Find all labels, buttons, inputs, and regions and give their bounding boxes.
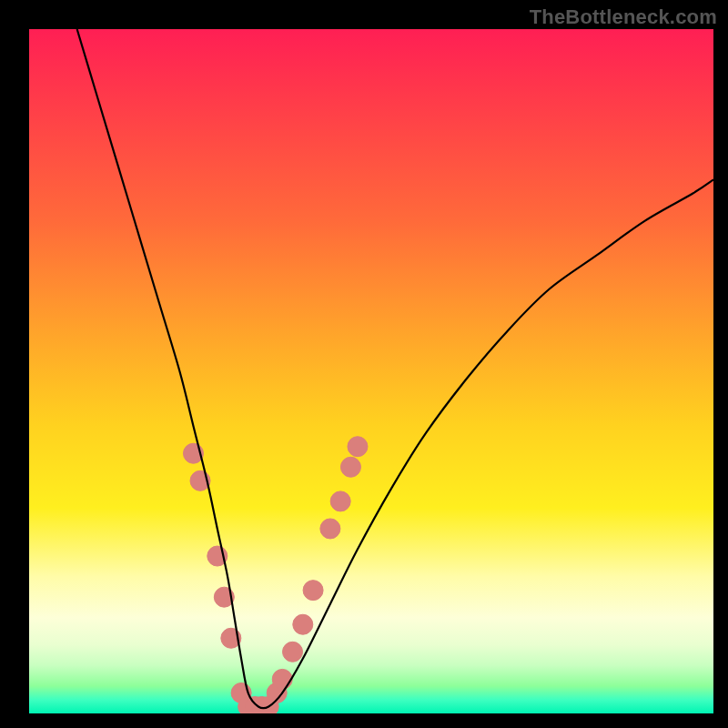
watermark-text: TheBottleneck.com (530, 5, 717, 29)
chart-markers (183, 437, 367, 713)
chart-marker (320, 519, 340, 539)
chart-frame: TheBottleneck.com (0, 0, 728, 728)
chart-marker (330, 491, 350, 511)
chart-svg (29, 29, 713, 713)
chart-marker (293, 614, 313, 634)
chart-marker (348, 437, 368, 457)
chart-marker (340, 457, 360, 477)
chart-plot-area (29, 29, 713, 713)
chart-curve (77, 29, 713, 708)
chart-marker (303, 581, 323, 601)
chart-marker (283, 642, 303, 662)
chart-marker (272, 669, 292, 689)
